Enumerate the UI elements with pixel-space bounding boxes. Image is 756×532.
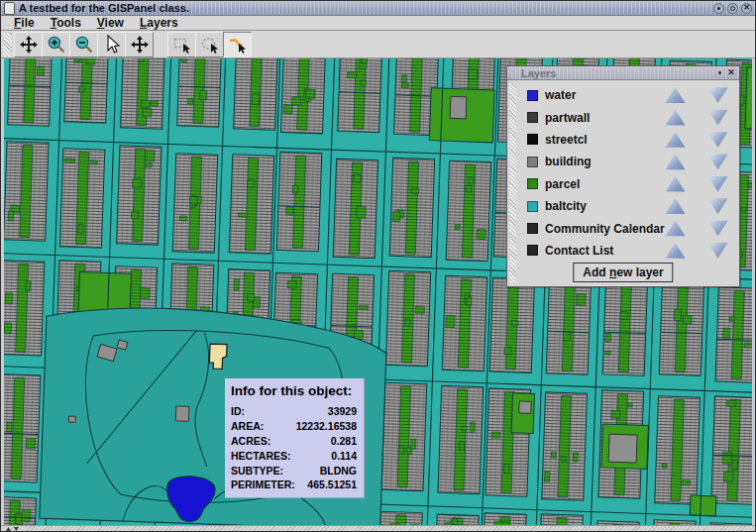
layers-panel-minimize-button[interactable] [714,68,724,78]
maximize-button[interactable] [727,3,738,14]
layer-move-down-button[interactable] [707,175,728,192]
layer-move-up-button[interactable] [665,87,686,104]
layer-label: Contact List [545,244,613,258]
minimize-icon [718,71,721,74]
move-tool-button[interactable] [125,32,154,57]
window-bottom-edge[interactable] [1,525,755,531]
window-title: A testbed for the GISPanel class. [19,2,189,14]
info-panel-title: Info for this object: [231,383,357,398]
maximize-icon [730,6,735,11]
layer-color-swatch [527,201,538,212]
info-row-area: AREA:12232.16538 [231,420,357,435]
zoom-in-button[interactable] [42,32,70,57]
layer-label: parcel [545,177,580,191]
info-row-subtype: SUBTYPE:BLDNG [231,465,357,479]
layer-label: baltcity [545,199,587,213]
layer-color-swatch [527,90,538,101]
polyline-tool-button[interactable] [223,32,252,57]
map-area: Layers ✕ waterpartwallstreetclbuildingpa… [4,58,752,525]
layer-move-up-button[interactable] [665,220,686,237]
layer-move-up-button[interactable] [665,198,686,215]
info-row-perimeter: PERIMETER:465.51251 [231,479,357,493]
info-value: 0.114 [331,450,357,462]
layer-row-community-calendar: Community Calendar [527,217,735,239]
move-arrows-icon [130,35,150,54]
info-label: AREA: [231,420,264,432]
close-icon: ✕ [727,68,735,77]
zoom-out-icon [74,35,94,54]
layer-move-up-button[interactable] [665,109,686,126]
add-new-layer-button[interactable]: Add new layer [573,263,673,282]
info-label: HECTARES: [231,450,290,462]
layer-row-water: water [527,84,735,106]
menu-file[interactable]: File [6,16,43,30]
menu-view[interactable]: View [89,16,132,30]
layer-move-up-button[interactable] [665,131,686,148]
layer-color-swatch [527,134,538,145]
info-value: 465.51251 [307,479,357,490]
layer-label: building [545,155,592,168]
layer-move-down-button[interactable] [707,154,728,170]
layer-label: partwall [545,111,590,125]
add-layer-label: n [609,266,616,279]
info-label: SUBTYPE: [231,465,283,477]
layer-color-swatch [527,245,538,256]
layer-row-partwall: partwall [527,106,735,128]
close-icon: ✕ [743,4,750,12]
layer-row-building: building [527,151,735,172]
info-value: 0.281 [331,435,357,447]
layers-panel-title: Layers [507,67,556,79]
info-row-id: ID:33929 [231,405,357,420]
menu-tools[interactable]: Tools [43,16,89,30]
polyline-icon [228,35,248,54]
pointer-tool-button[interactable] [97,32,126,57]
layer-move-down-button[interactable] [707,198,728,215]
layer-move-down-button[interactable] [707,242,728,259]
layer-move-up-button[interactable] [665,242,686,259]
info-value: 33929 [328,405,357,417]
layer-row-contact-list: Contact List [527,240,735,262]
title-bar[interactable]: A testbed for the GISPanel class. ✕ [1,1,755,16]
zoom-in-icon [47,35,66,54]
layers-panel-close-button[interactable]: ✕ [726,68,736,78]
layer-move-down-button[interactable] [707,109,728,126]
rect-select-button[interactable] [167,32,196,57]
ellipse-select-button[interactable] [195,32,224,57]
info-row-hectares: HECTARES:0.114 [231,450,357,465]
layer-color-swatch [527,157,538,167]
layer-move-down-button[interactable] [707,87,728,104]
info-value: BLDNG [320,465,357,477]
layer-row-streetcl: streetcl [527,129,735,151]
app-window: A testbed for the GISPanel class. ✕ File… [0,0,756,532]
rect-select-icon [172,35,192,54]
toolbar-grip[interactable] [3,33,12,56]
zoom-out-button[interactable] [69,32,98,57]
info-label: ACRES: [231,435,270,447]
layer-label: streetcl [545,133,588,147]
layer-label: Community Calendar [545,222,665,236]
layers-panel-grip[interactable] [509,83,516,283]
layer-row-baltcity: baltcity [527,195,735,217]
layer-color-swatch [527,178,538,189]
layer-move-down-button[interactable] [707,131,728,148]
info-row-acres: ACRES:0.281 [231,435,357,450]
menu-bar: FileToolsViewLayers [1,16,755,31]
layer-move-up-button[interactable] [665,154,686,170]
ellipse-select-icon [200,35,220,54]
scroll-up-icon [6,527,11,531]
info-label: ID: [231,405,245,417]
close-button[interactable]: ✕ [741,3,752,14]
window-icon [4,2,15,15]
menu-layers[interactable]: Layers [132,16,186,30]
cursor-arrow-icon [102,35,122,54]
pan-tool-button[interactable] [14,32,43,57]
layer-move-up-button[interactable] [665,175,686,192]
move-arrows-icon [19,35,39,54]
layer-color-swatch [527,223,538,234]
info-value: 12232.16538 [296,420,357,432]
object-info-panel: Info for this object: ID:33929AREA:12232… [225,378,365,498]
layers-panel-titlebar[interactable]: Layers ✕ [507,66,739,80]
minimize-button[interactable] [713,3,724,14]
add-layer-label: ew layer [616,266,663,279]
layer-move-down-button[interactable] [707,220,728,237]
